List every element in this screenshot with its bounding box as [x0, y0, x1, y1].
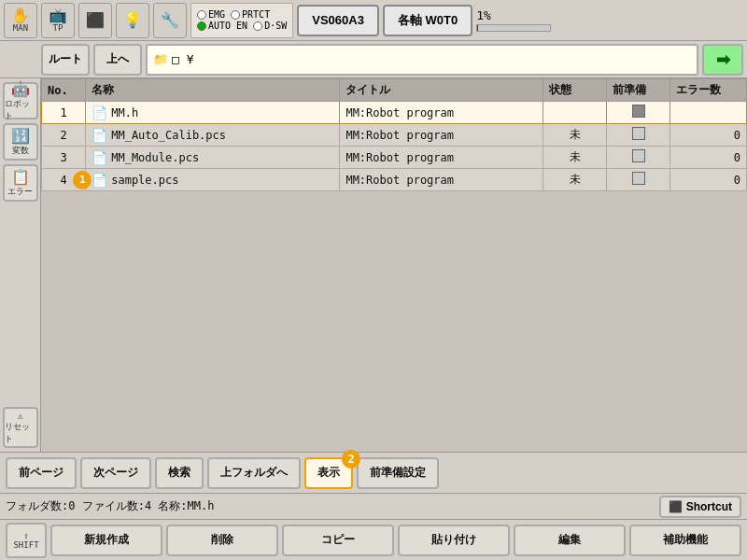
show-button[interactable]: ➡	[702, 44, 743, 76]
path-display: 📁 □ ¥	[146, 44, 698, 76]
file-name-cell: 📄MM.h	[92, 105, 333, 120]
tp-button[interactable]: 📺 TP	[41, 3, 75, 38]
row-status: 未	[543, 124, 607, 147]
file-pcs-icon: 📄	[92, 128, 107, 143]
action-bar: 前ページ 次ページ 検索 上フォルダへ 表示 2 前準備設定	[0, 452, 747, 493]
prep-checkbox	[632, 149, 645, 162]
prep-checkbox-checked	[632, 105, 645, 118]
row-name[interactable]: 1📄sample.pcs	[86, 169, 340, 191]
prtct-indicator: PRTCT	[231, 9, 270, 20]
square-icon: ⬛	[86, 13, 105, 28]
row-badge: 1	[73, 171, 92, 189]
reset-label: リセット	[5, 421, 36, 445]
col-status: 状態	[543, 79, 607, 102]
row-title: MM:Robot program	[340, 124, 543, 147]
shortcut-button[interactable]: ⬛ Shortcut	[659, 496, 741, 518]
tp-icon: 📺	[49, 8, 67, 23]
file-name-cell: 1📄sample.pcs	[92, 173, 333, 188]
error-label: エラー	[7, 186, 33, 198]
square-button[interactable]: ⬛	[78, 3, 112, 38]
status-text: フォルダ数:0 ファイル数:4 名称:MM.h	[6, 498, 659, 514]
dsw-label: D·SW	[264, 21, 287, 31]
hand-icon: ✋	[11, 8, 30, 23]
bulb-icon: 💡	[123, 13, 142, 28]
new-create-button[interactable]: 新規作成	[50, 525, 162, 556]
file-h-icon: 📄	[92, 105, 107, 120]
robot-label: ロボット	[5, 98, 36, 122]
file-name: MM_Auto_Calib.pcs	[111, 129, 226, 142]
row-error: 0	[670, 124, 747, 147]
bulb-button[interactable]: 💡	[116, 3, 149, 38]
row-number: 3	[42, 147, 86, 169]
up-button[interactable]: 上へ	[93, 44, 142, 76]
helper-button[interactable]: 補助機能	[629, 525, 741, 556]
shortcut-label: Shortcut	[686, 500, 732, 513]
shift-button[interactable]: ⇧ SHIFT	[6, 523, 47, 558]
tools-button[interactable]: 🔧	[153, 3, 187, 38]
error-button[interactable]: 📋 エラー	[3, 164, 38, 202]
row-title: MM:Robot program	[340, 169, 543, 191]
man-button[interactable]: ✋ MAN	[4, 3, 37, 38]
col-title: タイトル	[340, 79, 543, 102]
paste-button[interactable]: 貼り付け	[398, 525, 510, 556]
row-status: 未	[543, 169, 607, 191]
tools-icon: 🔧	[161, 13, 179, 28]
up-folder-button[interactable]: 上フォルダへ	[207, 457, 301, 489]
col-error: エラー数	[670, 79, 747, 102]
status-bar: フォルダ数:0 ファイル数:4 名称:MM.h ⬛ Shortcut	[0, 493, 747, 519]
main-area: 🤖 ロボット 🔢 変数 📋 エラー ⚠️ リセット No. 名称 タイトル 状態	[0, 78, 747, 452]
row-error	[670, 102, 747, 124]
col-name: 名称	[86, 79, 340, 102]
emg-label: EMG	[208, 9, 225, 20]
file-name: MM_Module.pcs	[111, 151, 199, 164]
percent-fill	[477, 25, 478, 31]
row-name[interactable]: 📄MM_Auto_Calib.pcs	[86, 124, 340, 147]
row-prep	[607, 102, 670, 124]
row-name[interactable]: 📄MM.h	[86, 102, 340, 124]
dsw-indicator: D·SW	[253, 21, 287, 31]
reset-button[interactable]: ⚠️ リセット	[3, 407, 38, 448]
row-prep	[607, 169, 670, 191]
row-number: 2	[42, 124, 86, 147]
copy-button[interactable]: コピー	[282, 525, 394, 556]
row-name[interactable]: 📄MM_Module.pcs	[86, 147, 340, 169]
bottom-bar: ⇧ SHIFT 新規作成 削除 コピー 貼り付け 編集 補助機能	[0, 519, 747, 560]
percent-bar	[476, 24, 551, 32]
row-number: 1	[42, 102, 86, 124]
prep-settings-button[interactable]: 前準備設定	[357, 457, 439, 489]
row-prep	[607, 124, 670, 147]
shift-icon: ⇧	[23, 530, 29, 540]
emg-dot	[197, 10, 206, 20]
row-error: 0	[670, 147, 747, 169]
autoen-indicator: AUTO EN	[197, 21, 247, 31]
arrow-right-icon: ➡	[716, 49, 730, 70]
variable-button[interactable]: 🔢 変数	[3, 123, 38, 161]
prtct-dot	[231, 10, 240, 20]
error-icon: 📋	[11, 168, 30, 186]
autoen-dot	[197, 21, 206, 31]
robot-icon: 🤖	[11, 80, 30, 98]
edit-button[interactable]: 編集	[514, 525, 626, 556]
row-title: MM:Robot program	[340, 102, 543, 124]
col-prep: 前準備	[607, 79, 670, 102]
robot-button[interactable]: 🤖 ロボット	[3, 82, 38, 119]
file-name: sample.pcs	[111, 174, 178, 187]
shift-label: SHIFT	[13, 540, 38, 550]
row-title: MM:Robot program	[340, 147, 543, 169]
percent-display: 1%	[476, 8, 551, 32]
controller-button[interactable]: VS060A3	[297, 5, 379, 36]
axis-button[interactable]: 各軸 W0T0	[383, 5, 472, 36]
row-error: 0	[670, 169, 747, 191]
second-bar: ルート 上へ 📁 □ ¥ ➡	[0, 41, 747, 78]
prev-page-button[interactable]: 前ページ	[6, 457, 77, 489]
status-panel: EMG PRTCT AUTO EN D·SW	[190, 3, 293, 38]
prep-checkbox	[632, 127, 645, 140]
row-status: 未	[543, 147, 607, 169]
next-page-button[interactable]: 次ページ	[80, 457, 151, 489]
file-table: No. 名称 タイトル 状態 前準備 エラー数 1 📄MM.h MM:Robot…	[41, 78, 747, 191]
route-button[interactable]: ルート	[41, 44, 90, 76]
folder-icon: 📁	[153, 52, 168, 66]
delete-button[interactable]: 削除	[166, 525, 278, 556]
file-pcs-icon: 📄	[92, 173, 107, 188]
search-button[interactable]: 検索	[155, 457, 204, 489]
